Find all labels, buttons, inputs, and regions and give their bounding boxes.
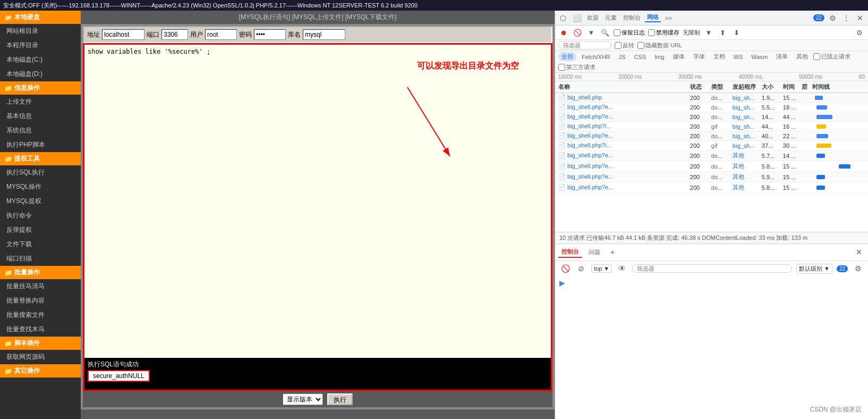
sidebar-item-get-source[interactable]: 获取网页源码 [0, 350, 81, 364]
filter-tag-manifest[interactable]: 清单 [773, 52, 791, 61]
sidebar-section-info-ops[interactable]: 📁 信息操作 [0, 81, 81, 95]
filter-toggle-btn[interactable]: ▼ [586, 27, 597, 38]
filter-tag-css[interactable]: CSS [631, 53, 650, 61]
console-filter-input[interactable] [632, 264, 792, 273]
throttle-dropdown-btn[interactable]: ▼ [703, 27, 714, 38]
filter-tag-other[interactable]: 其他 [793, 52, 811, 61]
filter-input[interactable] [558, 41, 611, 49]
search-btn[interactable]: 🔍 [600, 27, 610, 38]
sidebar: 📁 本地硬盘 网站根目录 本程序目录 本地磁盘(C:) 本地磁盘(D:) 📁 信… [0, 11, 81, 419]
save-log-checkbox[interactable]: 保留日志 [614, 29, 645, 37]
sidebar-item-system-info[interactable]: 系统信息 [0, 123, 81, 138]
console-eye-btn[interactable]: 👁 [616, 263, 628, 274]
sidebar-item-file-download[interactable]: 文件下载 [0, 237, 81, 252]
filter-tag-ws[interactable]: WS [730, 53, 746, 61]
sql-textarea[interactable]: show variables like '%secure%' ; [84, 45, 551, 358]
row-initiator-6: 其他 [733, 152, 762, 160]
sidebar-item-php-script[interactable]: 执行PHP脚本 [0, 138, 81, 152]
record-btn[interactable]: ⏺ [558, 27, 569, 38]
sidebar-item-port-scan[interactable]: 端口扫描 [0, 252, 81, 266]
third-party-checkbox[interactable]: 第三方请求 [558, 63, 595, 71]
devtools-element-tab[interactable]: 元素 [603, 14, 619, 22]
row-time-8: 15 ... [783, 174, 802, 180]
sidebar-section-script-plugins[interactable]: 📁 脚本插件 [0, 337, 81, 350]
sidebar-item-exec-cmd[interactable]: 执行命令 [0, 208, 81, 223]
sidebar-item-local-disk-d[interactable]: 本地磁盘(D:) [0, 67, 81, 81]
devtools-panel: ⬡ ⬜ 欢迎 元素 控制台 网络 >> 22 ⚙ ⋮ ✕ ⏺ 🚫 ▼ 🔍 保留日… [555, 11, 868, 419]
console-close-btn[interactable]: ✕ [853, 246, 865, 258]
sidebar-section-other-ops[interactable]: 📁 其它操作 [0, 364, 81, 378]
sidebar-section-priv-tools[interactable]: 📁 提权工具 [0, 152, 81, 165]
network-settings-btn[interactable]: ⚙ [854, 27, 865, 38]
sidebar-item-upload[interactable]: 上传文件 [0, 95, 81, 109]
sidebar-item-batch-trojan[interactable]: 批量挂马清马 [0, 279, 81, 294]
level-select[interactable]: 默认级别 ▼ [796, 264, 832, 274]
row-timeline-4 [812, 134, 865, 138]
row-initiator-3: big_sh... [733, 123, 762, 130]
filter-tag-all[interactable]: 全部 [558, 52, 576, 61]
port-input[interactable] [161, 29, 188, 40]
sidebar-item-reverse-shell[interactable]: 反弹提权 [0, 223, 81, 237]
console-clear-btn[interactable]: 🚫 [559, 263, 571, 274]
sidebar-item-sql-exec[interactable]: 执行SQL执行 [0, 165, 81, 180]
import-btn[interactable]: ⬆ [717, 27, 728, 38]
user-input[interactable] [205, 29, 237, 40]
table-row[interactable]: 📄big_shell.php?e... 200 do... big_sh... … [555, 112, 868, 122]
sidebar-item-batch-replace[interactable]: 批量替换内容 [0, 294, 81, 308]
devtools-customize-btn[interactable]: ⋮ [840, 12, 852, 24]
disable-cache-checkbox[interactable]: 禁用缓存 [648, 29, 679, 37]
add-tab-btn[interactable]: + [607, 246, 618, 258]
blocked-req-checkbox[interactable]: 已阻止请求 [813, 53, 850, 61]
sidebar-item-mysql-ops[interactable]: MYSQL操作 [0, 180, 81, 194]
addr-input[interactable] [102, 29, 144, 40]
table-row[interactable]: 📄big_shell.php?e... 200 do... 其他 5.8... … [555, 161, 868, 172]
sidebar-item-batch-search[interactable]: 批量搜索文件 [0, 308, 81, 322]
table-row[interactable]: 📄big_shell.php?i... 200 gif big_sh... 37… [555, 141, 868, 150]
row-status-9: 200 [690, 185, 711, 191]
console-filter-btn[interactable]: ⊘ [575, 263, 587, 274]
devtools-device-btn[interactable]: ⬜ [571, 12, 583, 24]
sidebar-section-local-disk[interactable]: 📁 本地硬盘 [0, 11, 81, 24]
export-btn[interactable]: ⬇ [731, 27, 742, 38]
sidebar-item-website-root[interactable]: 网站根目录 [0, 24, 81, 38]
filter-tag-img[interactable]: Img [651, 53, 667, 61]
filter-tag-media[interactable]: 媒体 [670, 52, 688, 61]
sidebar-item-mysql-priv[interactable]: MYSQL提权 [0, 194, 81, 208]
issues-tab[interactable]: 问题 [585, 247, 603, 257]
table-row[interactable]: 📄big_shell.php?i... 200 gif big_sh... 44… [555, 122, 868, 131]
console-tab[interactable]: 控制台 [558, 247, 582, 258]
devtools-network-tab[interactable]: 网络 [645, 13, 661, 22]
pass-input[interactable] [254, 29, 286, 40]
execute-button[interactable]: 执行 [327, 393, 353, 405]
table-row[interactable]: 📄big_shell.php?e... 200 do... 其他 5.7... … [555, 150, 868, 161]
db-input[interactable] [303, 29, 345, 40]
table-row[interactable]: 📄big_shell.php?e... 200 do... big_sh... … [555, 103, 868, 112]
top-select[interactable]: top ▼ [591, 264, 612, 273]
devtools-inspect-btn[interactable]: ⬡ [557, 12, 569, 24]
file-icon-3: 📄 [558, 123, 566, 129]
hide-data-url-checkbox[interactable]: 隐藏数据 URL [637, 41, 682, 49]
table-row[interactable]: 📄big_shell.php?e... 200 do... big_sh... … [555, 131, 868, 141]
version-select[interactable]: 显示版本 [283, 393, 323, 405]
filter-tag-js[interactable]: JS [616, 53, 629, 61]
console-settings-btn[interactable]: ⚙ [852, 263, 864, 274]
console-expand-btn[interactable]: ▶ [559, 279, 565, 287]
filter-tag-wasm[interactable]: Wasm [748, 53, 771, 61]
sidebar-item-local-disk-c[interactable]: 本地磁盘(C:) [0, 53, 81, 67]
invert-checkbox[interactable]: 反转 [615, 41, 634, 49]
table-row[interactable]: 📄big_shell.php?e... 200 do... 其他 5.8... … [555, 182, 868, 193]
table-row[interactable]: 📄big_shell.php?e... 200 do... 其他 5.9... … [555, 172, 868, 182]
filter-tag-doc[interactable]: 文档 [710, 52, 728, 61]
sidebar-item-program-dir[interactable]: 本程序目录 [0, 38, 81, 53]
filter-tag-font[interactable]: 字体 [690, 52, 708, 61]
sidebar-item-batch-findvirus[interactable]: 批量查找木马 [0, 322, 81, 337]
filter-tag-fetch[interactable]: Fetch/XHR [578, 53, 614, 61]
devtools-close-btn[interactable]: ✕ [854, 12, 866, 24]
devtools-console-top-tab[interactable]: 控制台 [621, 14, 643, 22]
table-row[interactable]: 📄big_shell.php 200 do... big_sh... 1.9..… [555, 93, 868, 103]
sidebar-item-basic-info[interactable]: 基本信息 [0, 109, 81, 123]
devtools-settings-btn[interactable]: ⚙ [827, 12, 838, 24]
scale-30000: 30000 ms [678, 74, 702, 80]
clear-btn[interactable]: 🚫 [572, 27, 583, 38]
sidebar-section-batch-ops[interactable]: 📁 批量操作 [0, 266, 81, 279]
